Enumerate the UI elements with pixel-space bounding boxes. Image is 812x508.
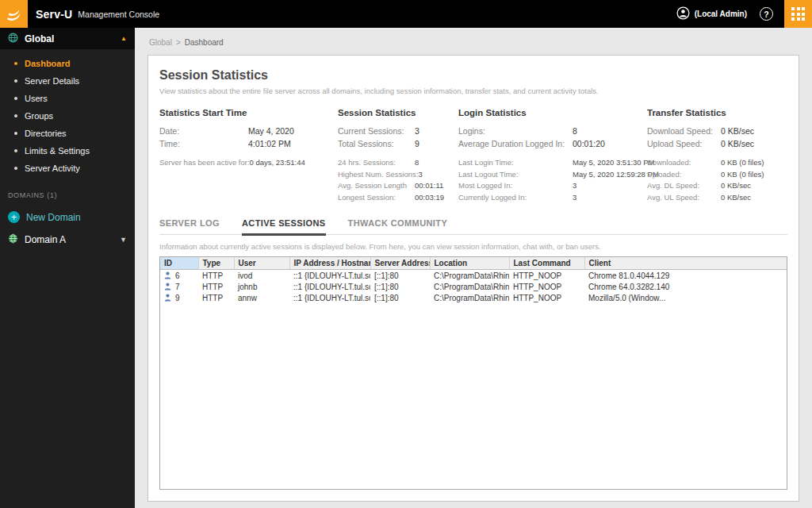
sidebar-item-users[interactable]: Users [0,90,135,107]
session-row[interactable]: 9HTTPannw::1 {IDLOUHY-LT.tul.solar...[::… [160,292,787,303]
chevron-down-icon[interactable]: ▼ [120,236,127,244]
stat-label: Total Sessions: [338,139,415,148]
sidebar-item-groups[interactable]: Groups [0,107,135,125]
stat-value: 0 KB/sec [721,193,751,202]
bullet-icon [14,114,17,117]
column-header-client[interactable]: Client [584,257,787,270]
column-header-id[interactable]: ID [160,257,198,270]
sidebar-item-label: Users [25,94,48,103]
bullet-icon [14,79,17,83]
stat-value: 8 [415,158,419,167]
stat-row: Download Speed:0 KB/sec [647,126,787,136]
help-icon[interactable]: ? [760,7,773,21]
cell-last-command: HTTP_NOOP [509,292,584,303]
apps-grid-icon[interactable] [784,0,812,28]
stat-value: 9 [415,139,419,148]
stat-label: Avg. DL Speed: [647,181,721,190]
stats-column-transfer-statistics: Transfer StatisticsDownload Speed:0 KB/s… [647,108,787,204]
sidebar-item-directories[interactable]: Directories [0,125,135,142]
column-header-type[interactable]: Type [198,257,234,270]
stat-value: 3 [573,181,576,190]
sidebar-item-label: Groups [25,111,53,121]
page-description: View statistics about the entire file se… [159,87,787,95]
breadcrumb-current: Dashboard [185,38,224,47]
user-icon [676,6,690,21]
stat-row: Date:May 4, 2020 [159,126,338,136]
stat-row: Currently Logged In:3 [458,193,647,202]
stat-label: Time: [159,139,248,148]
globe-icon [8,233,18,246]
stat-row: Total Sessions:9 [338,139,458,148]
topbar: Serv-U Management Console (Local Admin) … [0,0,812,28]
stat-label: Longest Session: [338,193,415,202]
sidebar-item-label: Directories [25,129,67,138]
stat-label: Highest Num. Sessions: [338,170,418,179]
column-header-user[interactable]: User [234,257,289,270]
cell-id: 9 [160,292,198,303]
stat-row: Last Login Time:May 5, 2020 3:51:30 PM [458,158,647,167]
stats-columns: Statistics Start TimeDate:May 4, 2020Tim… [159,108,787,204]
stat-value: 3 [418,170,422,179]
column-header-ip-address-hostname[interactable]: IP Address / Hostname [289,257,370,270]
plus-icon: + [8,211,20,223]
cell-last-command: HTTP_NOOP [509,281,584,292]
stat-value: 0 KB/sec [721,181,751,190]
bullet-icon [14,97,17,100]
tab-active-sessions[interactable]: ACTIVE SESSIONS [242,218,326,236]
stat-row: Current Sessions:3 [338,126,458,136]
stat-value: 0 KB (0 files) [721,170,764,179]
cell-server-address: [::1]:80 [370,292,430,303]
tab-thwack-community[interactable]: THWACK COMMUNITY [348,218,448,236]
user-icon [164,294,171,302]
breadcrumb-global[interactable]: Global [149,38,172,47]
new-domain-label: New Domain [26,212,81,223]
sidebar-item-domain-a[interactable]: Domain A ▼ [0,229,135,251]
cell-ip-address-hostname: ::1 {IDLOUHY-LT.tul.solar... [289,270,370,282]
sidebar-menu: DashboardServer DetailsUsersGroupsDirect… [0,49,135,180]
column-header-server-address[interactable]: Server Address [370,257,430,270]
stats-column-title: Login Statistics [458,108,647,117]
cell-ip-address-hostname: ::1 {IDLOUHY-LT.tul.solar... [289,292,370,303]
session-row[interactable]: 6HTTPivod::1 {IDLOUHY-LT.tul.solar...[::… [160,270,787,282]
stat-value: May 4, 2020 [248,126,294,136]
table-header-row: IDTypeUserIP Address / HostnameServer Ad… [160,257,787,270]
main-content: Global>Dashboard Session Statistics View… [135,28,812,508]
stat-label: Average Duration Logged In: [458,139,573,148]
user-label: (Local Admin) [695,10,747,18]
stat-value: 4:01:02 PM [248,139,291,148]
domain-name-label: Domain A [25,234,66,245]
tab-server-log[interactable]: SERVER LOG [159,218,220,236]
stats-column-session-statistics: Session StatisticsCurrent Sessions:3Tota… [338,108,458,204]
stat-row: Longest Session:00:03:19 [338,193,458,202]
stat-label: Logins: [458,126,573,136]
sidebar-item-limits-settings[interactable]: Limits & Settings [0,142,135,160]
stat-label: Download Speed: [647,126,721,136]
stat-label: Current Sessions: [338,126,415,136]
column-header-location[interactable]: Location [430,257,509,270]
solarwinds-logo-icon[interactable] [0,0,28,28]
sidebar-item-label: Limits & Settings [25,146,90,156]
stat-label: Avg. Session Length [338,181,415,190]
stats-column-title: Transfer Statistics [647,108,787,117]
stat-row: Highest Num. Sessions:3 [338,170,458,179]
stat-row: Avg. Session Length00:01:11 [338,181,458,190]
new-domain-button[interactable]: + New Domain [0,206,135,229]
stat-label: Last Logout Time: [458,170,573,179]
sidebar-global-header[interactable]: Global ▲ [0,28,135,49]
stats-column-login-statistics: Login StatisticsLogins:8Average Duration… [458,108,647,204]
user-menu[interactable]: (Local Admin) [676,6,747,21]
session-row[interactable]: 7HTTPjohnb::1 {IDLOUHY-LT.tul.solar...[:… [160,281,787,292]
page-title: Session Statistics [159,68,787,83]
stat-row: Average Duration Logged In:00:01:20 [458,139,647,148]
sidebar-item-server-activity[interactable]: Server Activity [0,160,135,177]
sidebar-item-dashboard[interactable]: Dashboard [0,55,135,72]
column-header-last-command[interactable]: Last Command [509,257,584,270]
sidebar-item-label: Dashboard [25,59,70,68]
sidebar-item-label: Server Details [25,76,79,86]
stat-row: Most Logged In:3 [458,181,647,190]
bullet-icon [14,167,17,170]
sidebar-global-label: Global [25,33,54,44]
stat-label: Uploaded: [647,170,721,179]
sidebar-item-server-details[interactable]: Server Details [0,72,135,90]
stat-label: Last Login Time: [458,158,573,167]
